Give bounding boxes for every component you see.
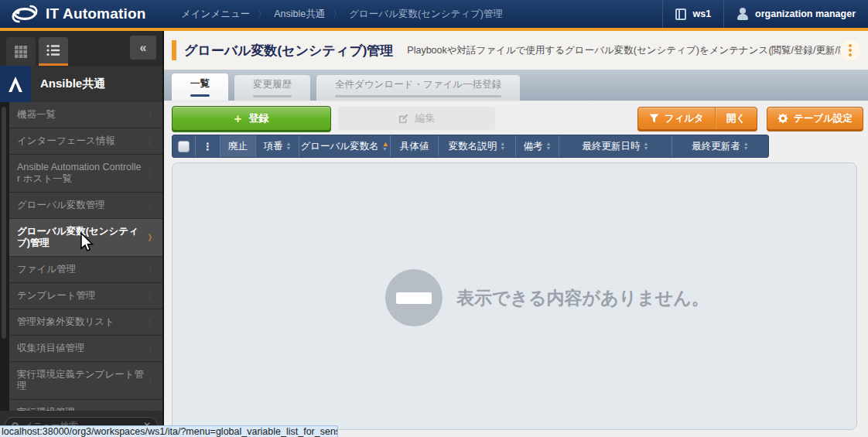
column-header-select-all[interactable] (173, 135, 196, 157)
register-button-label: 登録 (248, 111, 268, 125)
chevron-right-icon: 〉 (148, 200, 156, 211)
tab-label: 変更履歴 (253, 78, 292, 91)
sidebar-item[interactable]: テンプレート管理〉 (9, 283, 162, 309)
sidebar-tab-grid-view[interactable] (6, 37, 36, 66)
sidebar-item-label: グローバル変数管理 (17, 200, 105, 210)
kebab-dot (849, 53, 852, 56)
column-header-last-updated[interactable]: 最終更新日時▲▼ (559, 135, 672, 157)
filter-button-group: フィルタ 開く (637, 107, 757, 130)
column-header-value: 具体値 (391, 135, 439, 157)
sidebar-item[interactable]: 収集項目値管理〉 (9, 336, 162, 362)
page-menu-button[interactable] (840, 40, 860, 60)
chevron-right-icon: 〉 (148, 232, 156, 244)
main-area: グローバル変数(センシティブ)管理 Playbookや対話ファイルで使用するグロ… (164, 31, 868, 437)
sidebar-item-label: インターフェース情報 (17, 135, 115, 146)
breadcrumb-item[interactable]: Ansible共通 (274, 8, 325, 21)
column-header-last-updated-by[interactable]: 最終更新者▲▼ (672, 135, 768, 157)
column-label: 備考 (524, 140, 543, 153)
sort-desc-icon: ▼ (546, 146, 552, 151)
sort-desc-icon: ▼ (644, 146, 649, 151)
status-url-tooltip: localhost:38000/org3/workspaces/ws1/ita/… (0, 425, 338, 437)
user-icon (736, 8, 749, 20)
column-header-discard: 廃止 (220, 135, 256, 157)
page-description: Playbookや対話ファイルで使用するグローバル変数(センシティブ)をメンテナ… (407, 44, 868, 57)
sidebar-item[interactable]: Ansible Automation Controller ホスト一覧〉 (9, 155, 162, 193)
row-menu-icon[interactable]: ⋮ (203, 141, 213, 152)
edit-button[interactable]: 編集 (338, 107, 495, 130)
sidebar-collapse-button[interactable]: « (130, 36, 156, 60)
top-bar: IT Automation メインメニュー〉Ansible共通〉グローバル変数(… (0, 0, 868, 28)
app-brand[interactable]: IT Automation (0, 4, 164, 24)
empty-state: 表示できる内容がありません。 (385, 269, 709, 326)
chevron-right-icon: 〉 (148, 168, 156, 179)
sort-desc-icon: ▼ (743, 146, 749, 151)
sort-arrows-icon: ▲▼ (500, 142, 505, 151)
sidebar-scrollbar[interactable] (2, 107, 6, 339)
sort-arrows-icon: ▲▼ (382, 141, 389, 152)
chevron-right-icon: 〉 (148, 316, 156, 328)
grid-icon (14, 45, 28, 59)
sidebar-item-label: テンプレート管理 (17, 290, 95, 301)
chevron-right-icon: 〉 (148, 109, 156, 121)
sidebar-item-label: 実行環境管理 (17, 407, 75, 411)
select-all-checkbox[interactable] (178, 141, 190, 152)
sort-desc-icon: ▼ (382, 147, 389, 152)
column-header-global-variable-name[interactable]: グローバル変数名▲▼ (299, 135, 391, 157)
title-accent-bar (172, 40, 176, 60)
sidebar-item[interactable]: インターフェース情報〉 (9, 128, 162, 155)
tab-0[interactable]: 一覧 (172, 73, 228, 101)
sidebar-item-label: グローバル変数(センシティブ)管理 (17, 226, 138, 248)
breadcrumb-separator-icon: 〉 (333, 9, 341, 20)
tab-2[interactable]: 全件ダウンロード・ファイル一括登録 (316, 75, 520, 101)
chevron-right-icon: 〉 (148, 343, 156, 354)
sidebar-item[interactable]: 実行環境定義テンプレート管理〉 (9, 362, 162, 400)
sidebar-item[interactable]: グローバル変数(センシティブ)管理〉 (9, 219, 162, 257)
list-icon (46, 44, 60, 56)
chevron-right-icon: 〉 (148, 135, 156, 147)
page-header: グローバル変数(センシティブ)管理 Playbookや対話ファイルで使用するグロ… (164, 31, 868, 70)
user-menu[interactable]: organization manager (724, 0, 868, 28)
user-name: organization manager (755, 9, 856, 19)
sidebar-item[interactable]: 管理対象外変数リスト〉 (9, 309, 162, 336)
edit-pencil-icon (398, 113, 409, 124)
breadcrumb-item: グローバル変数(センシティブ)管理 (349, 8, 503, 21)
sidebar-item[interactable]: ファイル管理〉 (9, 257, 162, 283)
filter-button-label: フィルタ (665, 112, 704, 125)
exastro-logo-icon (11, 4, 39, 24)
tab-strip: 一覧変更履歴全件ダウンロード・ファイル一括登録 (164, 70, 868, 101)
column-header-remarks[interactable]: 備考▲▼ (516, 135, 559, 157)
sort-desc-icon: ▼ (500, 146, 505, 151)
workspace-switcher[interactable]: ws1 (663, 0, 723, 28)
chevron-right-icon: 〉 (148, 407, 156, 411)
ansible-logo-icon (0, 66, 31, 102)
sidebar-menu: 機器一覧〉インターフェース情報〉Ansible Automation Contr… (0, 102, 162, 411)
kebab-dot (849, 44, 852, 47)
breadcrumb-item[interactable]: メインメニュー (181, 8, 250, 21)
column-label: 最終更新者 (692, 140, 740, 153)
sort-arrows-icon: ▲▼ (546, 142, 552, 151)
column-label: 具体値 (400, 140, 429, 153)
toolbar-right-group: フィルタ 開く テーブル設定 (637, 107, 863, 130)
table-settings-button[interactable]: テーブル設定 (767, 107, 863, 130)
sidebar-item[interactable]: 機器一覧〉 (9, 102, 162, 128)
filter-open-button[interactable]: 開く (715, 108, 757, 129)
column-header-variable-description[interactable]: 変数名説明▲▼ (439, 135, 516, 157)
column-header-item-number[interactable]: 項番▲▼ (256, 135, 299, 157)
breadcrumb-separator-icon: 〉 (258, 9, 266, 20)
tab-1[interactable]: 変更履歴 (234, 75, 310, 101)
table-header-row: ⋮廃止項番▲▼グローバル変数名▲▼具体値変数名説明▲▼備考▲▼最終更新日時▲▼最… (172, 135, 769, 158)
sidebar-item[interactable]: グローバル変数管理〉 (9, 193, 162, 219)
register-button[interactable]: + 登録 (172, 106, 331, 131)
filter-button[interactable]: フィルタ (638, 108, 715, 129)
kebab-dot (849, 49, 852, 52)
tab-label: 全件ダウンロード・ファイル一括登録 (335, 78, 501, 91)
sidebar-tab-list-view[interactable] (39, 37, 68, 66)
tab-label: 一覧 (190, 77, 210, 90)
column-label: 変数名説明 (449, 140, 497, 153)
empty-state-message: 表示できる内容がありません。 (456, 286, 709, 310)
sidebar-item[interactable]: 実行環境管理〉 (9, 400, 162, 411)
sidebar: « Ansible共通 機器一覧〉インターフェース情報〉Ansible Auto… (0, 31, 164, 437)
sidebar-item-label: Ansible Automation Controller ホスト一覧 (17, 162, 142, 184)
sidebar-app-name: Ansible共通 (40, 77, 105, 91)
tab-underline (190, 94, 210, 97)
